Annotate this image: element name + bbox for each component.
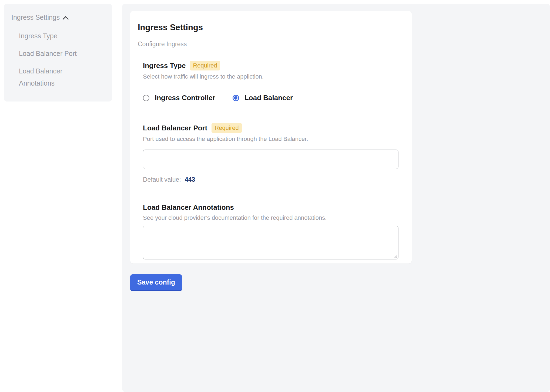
load-balancer-port-header: Load Balancer Port Required [143,123,404,133]
required-badge: Required [212,123,242,133]
settings-nav-sidebar: Ingress Settings Ingress Type Load Balan… [4,4,112,102]
radio-icon[interactable] [233,95,239,101]
radio-icon[interactable] [143,95,149,101]
page: Ingress Settings Ingress Type Load Balan… [0,0,550,392]
ingress-settings-card: Ingress Settings Configure Ingress Ingre… [130,11,412,263]
sidebar-item-load-balancer-annotations[interactable]: Load Balancer Annotations [19,65,95,89]
load-balancer-annotations-description: See your cloud provider’s documentation … [143,214,404,221]
default-value-row: Default value: 443 [143,176,404,183]
radio-option-load-balancer[interactable]: Load Balancer [233,94,293,102]
field-ingress-type: Ingress Type Required Select how traffic… [143,61,404,102]
default-value: 443 [185,176,195,183]
radio-option-ingress-controller[interactable]: Ingress Controller [143,94,215,102]
page-subtitle: Configure Ingress [138,40,404,48]
chevron-up-icon [63,16,69,22]
load-balancer-port-input[interactable] [143,150,398,169]
ingress-type-label: Ingress Type [143,62,186,70]
load-balancer-annotations-field [143,226,398,259]
load-balancer-annotations-label: Load Balancer Annotations [143,203,234,212]
field-load-balancer-port: Load Balancer Port Required Port used to… [143,123,404,183]
save-config-button[interactable]: Save config [130,274,182,291]
ingress-type-header: Ingress Type Required [143,61,404,70]
radio-label-ingress-controller: Ingress Controller [155,94,215,102]
ingress-type-options: Ingress Controller Load Balancer [143,94,404,102]
sidebar-items: Ingress Type Load Balancer Port Load Bal… [19,30,95,89]
content-panel: Ingress Settings Configure Ingress Ingre… [122,4,550,392]
load-balancer-annotations-header: Load Balancer Annotations [143,203,404,212]
ingress-type-description: Select how traffic will ingress to the a… [143,73,404,80]
field-load-balancer-annotations: Load Balancer Annotations See your cloud… [143,203,404,259]
sidebar-section-label: Ingress Settings [11,13,60,21]
load-balancer-port-description: Port used to access the application thro… [143,136,404,143]
sidebar-section-ingress-settings[interactable]: Ingress Settings [11,13,105,21]
sidebar-item-load-balancer-port[interactable]: Load Balancer Port [19,48,95,60]
radio-label-load-balancer: Load Balancer [244,94,293,102]
default-value-label: Default value: [143,176,181,183]
page-title: Ingress Settings [138,23,404,32]
load-balancer-port-label: Load Balancer Port [143,124,207,132]
load-balancer-annotations-textarea[interactable] [143,226,398,259]
sidebar-item-ingress-type[interactable]: Ingress Type [19,30,95,42]
required-badge: Required [190,61,220,70]
